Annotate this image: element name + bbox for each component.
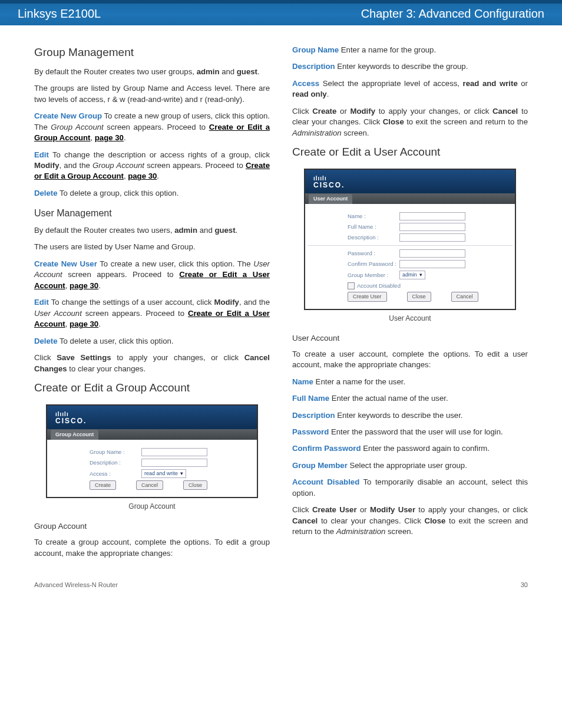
tab-group-account[interactable]: Group Account — [51, 430, 98, 440]
key-group-name: Group Name — [292, 45, 339, 54]
figure-caption: User Account — [292, 314, 528, 324]
header-chapter: Chapter 3: Advanced Configuration — [361, 7, 544, 21]
para-create-new-user: Create New User To create a new user, cl… — [34, 259, 270, 291]
label-full-name: Full Name : — [348, 223, 399, 230]
select-group-member[interactable]: admin▾ — [399, 271, 425, 279]
label-password: Password : — [348, 249, 399, 257]
create-user-button[interactable]: Create User — [348, 292, 387, 302]
key-create-new-user: Create New User — [34, 259, 97, 268]
label-group-name: Group Name : — [90, 448, 141, 456]
para: The groups are listed by Group Name and … — [34, 83, 270, 105]
para-edit-group: Edit To change the description or access… — [34, 150, 270, 182]
input-full-name[interactable] — [399, 223, 465, 231]
input-password[interactable] — [399, 249, 465, 258]
para-save-settings: Click Save Settings to apply your change… — [34, 353, 270, 374]
heading-user-management: User Management — [34, 207, 270, 220]
subheading-group-account: Group Account — [34, 521, 270, 532]
para-apply-changes: Click Create or Modify to apply your cha… — [292, 106, 528, 139]
cisco-logo-text: CISCO. — [55, 417, 249, 424]
key-group-member: Group Member — [292, 461, 348, 470]
key-account-disabled: Account Disabled — [292, 477, 359, 486]
key-edit: Edit — [34, 150, 49, 159]
para-edit-user: Edit To change the settings of a user ac… — [34, 297, 270, 330]
key-full-name: Full Name — [292, 394, 329, 403]
para-group-name: Group Name Enter a name for the group. — [292, 45, 528, 55]
para-description: Description Enter keywords to describe t… — [292, 61, 528, 72]
close-button[interactable]: Close — [183, 480, 207, 490]
input-confirm-password[interactable] — [399, 260, 465, 268]
para: To create a user account, complete the o… — [292, 349, 528, 371]
para-full-name: Full Name Enter the actual name of the u… — [292, 393, 528, 404]
key-description: Description — [292, 411, 335, 420]
chevron-down-icon: ▾ — [419, 271, 422, 279]
tab-user-account[interactable]: User Account — [309, 194, 352, 204]
heading-create-edit-user-account: Create or Edit a User Account — [292, 144, 528, 160]
select-access[interactable]: read and write▾ — [141, 469, 186, 478]
cisco-logo-text: CISCO. — [313, 182, 507, 189]
para-apply-user-changes: Click Create User or Modify User to appl… — [292, 505, 528, 537]
key-delete: Delete — [34, 337, 58, 345]
para: To create a group account, complete the … — [34, 537, 270, 559]
para-name: Name Enter a name for the user. — [292, 377, 528, 387]
link-page-30[interactable]: page 30 — [128, 172, 157, 180]
para-access: Access Select the appropriate level of a… — [292, 78, 528, 100]
key-name: Name — [292, 377, 313, 386]
input-name[interactable] — [399, 212, 465, 220]
key-password: Password — [292, 427, 329, 436]
para-description: Description Enter keywords to describe t… — [292, 410, 528, 421]
label-access: Access : — [90, 470, 141, 477]
key-edit: Edit — [34, 298, 49, 307]
cisco-brand-bar: ılıılı CISCO. — [47, 406, 257, 429]
cancel-button[interactable]: Cancel — [136, 480, 163, 490]
figure-group-account: ılıılı CISCO. Group Account Group Name :… — [34, 404, 270, 512]
para: The users are listed by User Name and Gr… — [34, 242, 270, 252]
link-page-30[interactable]: page 30 — [70, 319, 98, 328]
create-button[interactable]: Create — [90, 480, 116, 490]
input-description[interactable] — [141, 459, 207, 467]
key-description: Description — [292, 62, 335, 71]
para-password: Password Enter the password that the use… — [292, 427, 528, 437]
label-description: Description : — [90, 459, 141, 466]
page-footer: Advanced Wireless-N Router 30 — [0, 577, 562, 600]
header-product: Linksys E2100L — [18, 7, 101, 21]
para-delete-user: Delete To delete a user, click this opti… — [34, 336, 270, 347]
para-confirm-password: Confirm Password Enter the password agai… — [292, 443, 528, 454]
link-page-30[interactable]: page 30 — [95, 133, 124, 142]
key-delete: Delete — [34, 189, 58, 197]
key-create-new-group: Create New Group — [34, 111, 102, 120]
chevron-down-icon: ▾ — [180, 470, 183, 477]
subheading-user-account: User Account — [292, 333, 528, 344]
para: By default the Router creates two user g… — [34, 67, 270, 77]
key-confirm-password: Confirm Password — [292, 444, 361, 453]
figure-caption: Group Account — [34, 502, 270, 512]
footer-page-number: 30 — [521, 581, 528, 588]
cisco-brand-bar: ılıılı CISCO. — [305, 170, 515, 193]
para-create-new-group: Create New Group To create a new group o… — [34, 111, 270, 143]
para-group-member: Group Member Select the appropriate user… — [292, 460, 528, 471]
footer-left: Advanced Wireless-N Router — [34, 581, 118, 588]
page-header: Linksys E2100L Chapter 3: Advanced Confi… — [0, 0, 562, 26]
heading-group-management: Group Management — [34, 45, 270, 61]
key-access: Access — [292, 79, 319, 88]
cancel-button[interactable]: Cancel — [451, 292, 478, 302]
label-description: Description : — [348, 233, 399, 241]
label-group-member: Group Member : — [348, 271, 399, 279]
input-description[interactable] — [399, 233, 465, 242]
figure-user-account: ılıılı CISCO. User Account Name : Full N… — [292, 169, 528, 324]
label-confirm-password: Confirm Password : — [348, 260, 399, 268]
heading-create-edit-group-account: Create or Edit a Group Account — [34, 380, 270, 396]
label-account-disabled: Account Disabled — [357, 282, 401, 289]
para: By default the Router creates two users,… — [34, 225, 270, 236]
para-account-disabled: Account Disabled To temporarily disable … — [292, 477, 528, 499]
input-group-name[interactable] — [141, 448, 207, 456]
para-delete-group: Delete To delete a group, click this opt… — [34, 188, 270, 199]
link-page-30[interactable]: page 30 — [70, 281, 98, 290]
checkbox-account-disabled[interactable] — [348, 282, 355, 289]
label-name: Name : — [348, 212, 399, 220]
close-button[interactable]: Close — [407, 292, 431, 302]
divider — [308, 245, 513, 246]
